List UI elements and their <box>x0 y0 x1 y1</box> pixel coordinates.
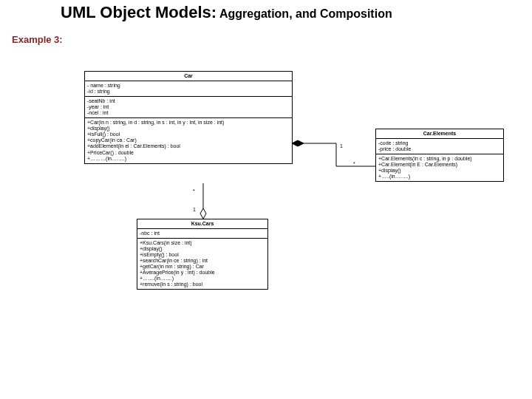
class-box-car: Car - name : string -id : string -seatNb… <box>84 71 293 164</box>
op: +Car.Elements(in c : string, in p : doub… <box>378 156 501 162</box>
op: +addElement(in el : Car.Elements) : bool <box>87 143 290 149</box>
example-label: Example 3: <box>12 34 63 45</box>
class-ops-ksu-cars: +Ksu.Cars(in size : int) +display() +isE… <box>137 239 267 289</box>
op: +Car(in n : string, in d : string, in s … <box>87 120 290 126</box>
attr: -code : string <box>378 140 501 146</box>
connectors-svg <box>0 0 532 399</box>
attr: -price : double <box>378 146 501 152</box>
class-ops-car-elements: +Car.Elements(in c : string, in p : doub… <box>376 154 503 181</box>
class-box-car-elements: Car.Elements -code : string -price : dou… <box>375 129 504 182</box>
title-lead: UML Object Models: <box>61 3 216 21</box>
op: +AveragePrice(in y : int) : double <box>140 270 265 276</box>
op: +isFull() : bool <box>87 132 290 137</box>
op: +copyCar(in ca : Car) <box>87 137 290 143</box>
mult-car-to-ksu-far: 1 <box>193 207 196 212</box>
op: +…..(in……..) <box>378 174 501 180</box>
op: +searchCar(in ce : string) : int <box>140 258 265 264</box>
class-name-car-elements: Car.Elements <box>376 129 503 139</box>
op: +display() <box>378 168 501 174</box>
attr: -nbc : int <box>140 231 265 236</box>
attr: -id : string <box>87 89 290 95</box>
class-box-ksu-cars: Ksu.Cars -nbc : int +Ksu.Cars(in size : … <box>137 219 268 290</box>
mult-car-to-ksu-near: * <box>193 188 195 194</box>
op: +PriceCar() : double <box>87 150 290 156</box>
attr: -seatNb : int <box>87 98 290 104</box>
op: +remove(in s : string) : bool <box>140 282 265 287</box>
title-sub: Aggregation, and Composition <box>216 7 392 20</box>
op: +display() <box>87 126 290 132</box>
class-attrs-ksu-cars: -nbc : int <box>137 229 267 239</box>
op: +getCar(in nm : string) : Car <box>140 264 265 270</box>
op: +…….(in…….) <box>140 276 265 282</box>
class-ops-car: +Car(in n : string, in d : string, in s … <box>85 118 292 163</box>
op: +Car.Element(in E : Car.Elements) <box>378 162 501 168</box>
composition-diamond-icon <box>292 140 304 146</box>
attr: -ncel : int <box>87 110 290 116</box>
op: +display() <box>140 246 265 252</box>
attr: - name : string <box>87 83 290 89</box>
class-name-car: Car <box>85 72 292 81</box>
class-attrs1-car: - name : string -id : string <box>85 81 292 97</box>
aggregation-diamond-icon <box>200 208 206 219</box>
class-attrs-car-elements: -code : string -price : double <box>376 139 503 154</box>
op: +Ksu.Cars(in size : int) <box>140 240 265 246</box>
class-attrs2-car: -seatNb : int -year : int -ncel : int <box>85 97 292 118</box>
mult-car-to-elements-near: 1 <box>340 143 343 149</box>
op: +isEmpty() : bool <box>140 252 265 258</box>
class-name-ksu-cars: Ksu.Cars <box>137 219 267 229</box>
mult-car-to-elements-far: * <box>353 161 355 166</box>
page-title: UML Object Models: Aggregation, and Comp… <box>61 3 392 22</box>
uml-diagram-page: { "title_lead": "UML Object Models:", "t… <box>0 0 532 399</box>
op: +………(in……..) <box>87 156 290 162</box>
attr: -year : int <box>87 104 290 110</box>
